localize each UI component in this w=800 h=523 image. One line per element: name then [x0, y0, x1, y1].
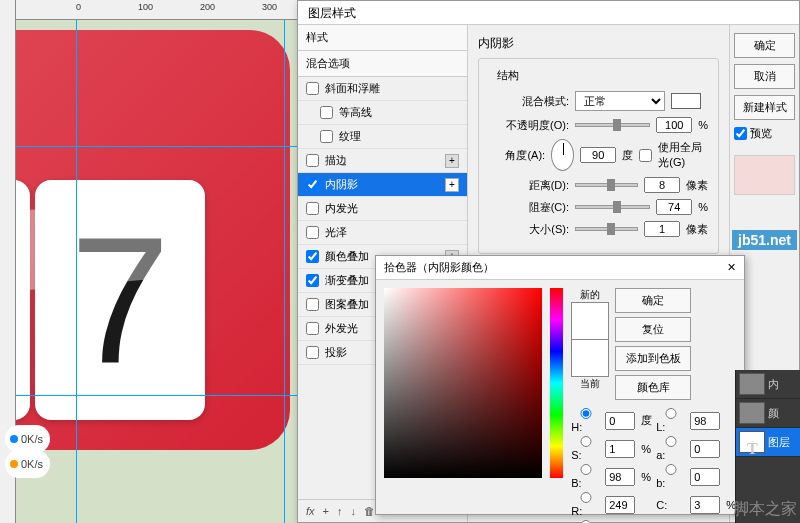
distance-slider[interactable] [575, 183, 638, 187]
style-checkbox[interactable] [306, 82, 319, 95]
plus-icon[interactable]: + [445, 178, 459, 192]
cp-ok-button[interactable]: 确定 [615, 288, 691, 313]
style-row-描边[interactable]: 描边+ [298, 149, 467, 173]
style-row-纹理[interactable]: 纹理 [298, 125, 467, 149]
distance-input[interactable] [644, 177, 680, 193]
color-values: H:度 L: S:% a: B:% b: R: C:% G: M:% B: [571, 408, 736, 523]
guide-v[interactable] [76, 0, 77, 523]
global-light-checkbox[interactable] [639, 149, 652, 162]
cp-add-swatch-button[interactable]: 添加到色板 [615, 346, 691, 371]
new-color-swatch [571, 302, 609, 340]
style-checkbox[interactable] [306, 298, 319, 311]
style-row-内阴影[interactable]: 内阴影+ [298, 173, 467, 197]
style-row-内发光[interactable]: 内发光 [298, 197, 467, 221]
style-row-光泽[interactable]: 光泽 [298, 221, 467, 245]
r-radio[interactable] [571, 492, 601, 503]
fx-add-icon[interactable]: + [323, 505, 329, 517]
h-radio[interactable] [571, 408, 601, 419]
layer-item[interactable]: 图层 [736, 428, 800, 457]
angle-input[interactable] [580, 147, 616, 163]
canvas-area[interactable]: 0 7 0100200300 0K/s 0K/s [0, 0, 297, 523]
guide-v[interactable] [284, 0, 285, 523]
plus-icon[interactable]: + [445, 154, 459, 168]
size-slider[interactable] [575, 227, 638, 231]
type-tool-icon[interactable]: T [747, 440, 765, 458]
style-checkbox[interactable] [306, 322, 319, 335]
style-checkbox[interactable] [306, 346, 319, 359]
dialog-title: 图层样式 [298, 1, 799, 25]
style-checkbox[interactable] [306, 250, 319, 263]
watermark: jb51.net [732, 230, 797, 250]
fx-down-icon[interactable]: ↓ [351, 505, 357, 517]
color-picker-dialog: 拾色器（内阴影颜色）✕ 新的 当前 确定 复位 添加到色板 颜色库 [375, 255, 745, 515]
size-input[interactable] [644, 221, 680, 237]
layer-item[interactable]: 颜 [736, 399, 800, 428]
blend-mode-select[interactable]: 正常 [575, 91, 665, 111]
fx-trash-icon[interactable]: 🗑 [364, 505, 375, 517]
guide-h[interactable] [0, 395, 297, 396]
h-input[interactable] [605, 412, 635, 430]
style-row-等高线[interactable]: 等高线 [298, 101, 467, 125]
color-field[interactable] [384, 288, 542, 478]
spread-slider[interactable] [575, 205, 650, 209]
s-radio[interactable] [571, 436, 601, 447]
l-radio[interactable] [656, 408, 686, 419]
brand-label: 脚本之家 [733, 499, 797, 520]
a-input[interactable] [690, 440, 720, 458]
opacity-input[interactable] [656, 117, 692, 133]
layer-item[interactable]: 内 [736, 370, 800, 399]
cp-libraries-button[interactable]: 颜色库 [615, 375, 691, 400]
b2-input[interactable] [690, 468, 720, 486]
opacity-slider[interactable] [575, 123, 650, 127]
angle-dial[interactable] [551, 139, 574, 171]
b-radio[interactable] [571, 464, 601, 475]
b-input[interactable] [605, 468, 635, 486]
new-style-button[interactable]: 新建样式 [734, 95, 795, 120]
structure-group: 结构 混合模式:正常 不透明度(O):% 角度(A):度使用全局光(G) 距离(… [478, 58, 719, 254]
style-checkbox[interactable] [306, 154, 319, 167]
cp-cancel-button[interactable]: 复位 [615, 317, 691, 342]
status-upload: 0K/s [5, 450, 50, 478]
style-checkbox[interactable] [306, 178, 319, 191]
style-checkbox[interactable] [306, 274, 319, 287]
icon-background: 0 7 [0, 30, 290, 450]
guide-h[interactable] [0, 146, 297, 147]
spread-input[interactable] [656, 199, 692, 215]
r-input[interactable] [605, 496, 635, 514]
c-input[interactable] [690, 496, 720, 514]
preview-checkbox[interactable] [734, 127, 747, 140]
panel-title: 内阴影 [478, 35, 719, 52]
blend-options-header[interactable]: 混合选项 [298, 51, 467, 77]
styles-header[interactable]: 样式 [298, 25, 467, 51]
color-swatch[interactable] [671, 93, 701, 109]
style-row-斜面和浮雕[interactable]: 斜面和浮雕 [298, 77, 467, 101]
preview-swatch [734, 155, 795, 195]
fx-up-icon[interactable]: ↑ [337, 505, 343, 517]
current-color-swatch[interactable] [571, 339, 609, 377]
s-input[interactable] [605, 440, 635, 458]
cp-title: 拾色器（内阴影颜色） [384, 260, 494, 275]
ruler-horizontal[interactable]: 0100200300 [0, 0, 297, 20]
close-icon[interactable]: ✕ [727, 261, 736, 274]
status-download: 0K/s [5, 425, 50, 453]
style-checkbox[interactable] [306, 202, 319, 215]
fx-label[interactable]: fx [306, 505, 315, 517]
b2-radio[interactable] [656, 464, 686, 475]
style-checkbox[interactable] [306, 226, 319, 239]
style-checkbox[interactable] [320, 130, 333, 143]
ok-button[interactable]: 确定 [734, 33, 795, 58]
style-checkbox[interactable] [320, 106, 333, 119]
cancel-button[interactable]: 取消 [734, 64, 795, 89]
l-input[interactable] [690, 412, 720, 430]
hue-slider[interactable] [550, 288, 563, 478]
a-radio[interactable] [656, 436, 686, 447]
